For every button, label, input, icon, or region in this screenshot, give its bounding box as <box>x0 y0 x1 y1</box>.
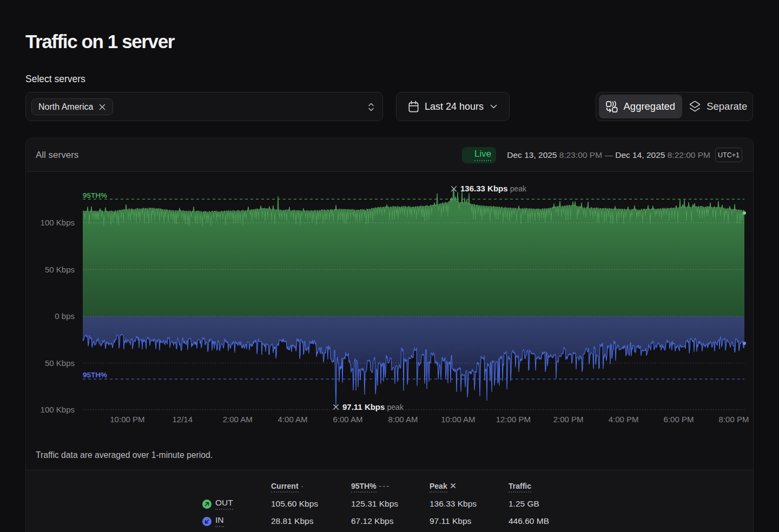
svg-text:97.11 Kbps peak: 97.11 Kbps peak <box>342 402 404 411</box>
svg-text:8:00 PM: 8:00 PM <box>719 415 749 424</box>
svg-text:2:00 AM: 2:00 AM <box>223 415 253 424</box>
svg-text:10:00 PM: 10:00 PM <box>110 415 144 424</box>
svg-text:6:00 PM: 6:00 PM <box>664 415 694 424</box>
svg-text:4:00 PM: 4:00 PM <box>609 415 639 424</box>
svg-text:8:00 AM: 8:00 AM <box>388 415 418 424</box>
svg-text:100 Kbps: 100 Kbps <box>41 405 75 414</box>
svg-text:4:00 AM: 4:00 AM <box>278 415 308 424</box>
svg-text:12/14: 12/14 <box>173 415 193 424</box>
svg-text:100 Kbps: 100 Kbps <box>41 218 75 227</box>
svg-text:50 Kbps: 50 Kbps <box>45 358 75 368</box>
svg-text:12:00 PM: 12:00 PM <box>496 415 531 424</box>
svg-text:6:00 AM: 6:00 AM <box>333 415 362 424</box>
svg-text:136.33 Kbps peak: 136.33 Kbps peak <box>460 184 527 193</box>
svg-text:95TH%: 95TH% <box>83 191 107 200</box>
svg-text:0 bps: 0 bps <box>55 311 75 321</box>
svg-text:10:00 AM: 10:00 AM <box>441 415 475 424</box>
svg-text:50 Kbps: 50 Kbps <box>45 265 75 274</box>
svg-text:2:00 PM: 2:00 PM <box>553 415 584 424</box>
svg-text:95TH%: 95TH% <box>83 371 107 379</box>
